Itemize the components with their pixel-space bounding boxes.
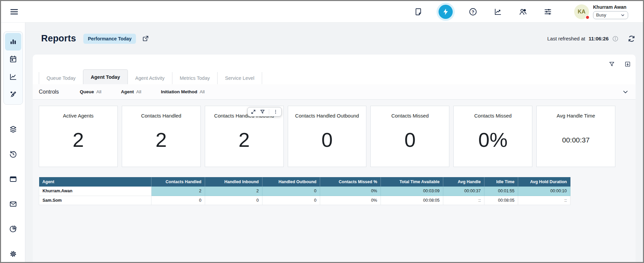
notes-icon[interactable] xyxy=(414,7,423,17)
page-title: Reports xyxy=(41,33,76,44)
col-idle-time[interactable]: Idle Time xyxy=(484,177,518,187)
user-name: Khurram Awan xyxy=(593,4,628,10)
chevron-down-icon xyxy=(620,13,625,18)
cell-agent: Sam.Som xyxy=(39,196,151,205)
col-handled-inbound[interactable]: Handled Inbound xyxy=(205,177,262,187)
filter-agent[interactable]: Agent All xyxy=(121,89,141,94)
svg-text:?: ? xyxy=(472,9,474,14)
status-select-value: Busy xyxy=(596,12,606,18)
sidebar-item-pie-reports[interactable] xyxy=(5,221,21,237)
kpi-row: Active Agents 2 Contacts Handled 2 Conta… xyxy=(39,106,615,167)
gear-icon xyxy=(9,250,18,258)
filter-queue[interactable]: Queue All xyxy=(80,89,102,94)
kpi-contacts-handled-inbound[interactable]: Contacts Handled Inbound 2 xyxy=(205,106,284,167)
bar-chart-icon xyxy=(9,37,18,46)
kpi-contacts-missed[interactable]: Contacts Missed 0 xyxy=(370,106,449,167)
layers-icon xyxy=(9,125,18,134)
sidebar-reports-group xyxy=(3,31,23,105)
topbar-actions: ? KA Khurram Awan Busy xyxy=(414,4,628,19)
paintbrush-icon xyxy=(9,90,18,99)
table-header-row: Agent Contacts Handled Handled Inbound H… xyxy=(39,177,570,187)
avatar[interactable]: KA xyxy=(574,4,589,19)
settings-sliders-icon[interactable] xyxy=(543,7,553,17)
widget-kebab-menu-icon[interactable] xyxy=(273,109,278,114)
widget-filter-icon[interactable] xyxy=(260,109,265,114)
hamburger-menu-icon[interactable] xyxy=(10,7,19,16)
line-chart-icon xyxy=(9,72,18,81)
status-select[interactable]: Busy xyxy=(593,11,628,19)
sidebar-item-analytics[interactable] xyxy=(5,68,21,86)
calendar-icon xyxy=(9,55,18,64)
table-row: Khurram.Awan 2 2 0 0% 00:03:09 00:00:37 … xyxy=(39,187,570,196)
report-panel: Queue Today Agent Today Agent Activity M… xyxy=(33,55,636,262)
sidebar-item-history[interactable] xyxy=(5,146,21,163)
history-clock-icon xyxy=(9,150,18,159)
col-handled-outbound[interactable]: Handled Outbound xyxy=(262,177,320,187)
topbar: ? KA Khurram Awan Busy xyxy=(1,1,643,23)
avatar-initials: KA xyxy=(578,9,585,15)
kpi-contacts-handled-outbound[interactable]: Contacts Handled Outbound 0 xyxy=(288,106,367,167)
report-tabs: Queue Today Agent Today Agent Activity M… xyxy=(33,69,636,84)
agents-table: Agent Contacts Handled Handled Inbound H… xyxy=(39,177,570,205)
external-link-icon[interactable] xyxy=(142,35,149,42)
kpi-avg-handle-time[interactable]: Avg Handle Time 00:00:37 xyxy=(536,106,615,167)
controls-collapse-chevron-icon[interactable] xyxy=(622,89,629,95)
app-window: ? KA Khurram Awan Busy xyxy=(0,0,644,263)
tab-agent-activity[interactable]: Agent Activity xyxy=(128,72,172,84)
sidebar-item-mail[interactable] xyxy=(5,196,21,212)
sidebar xyxy=(1,23,25,262)
kpi-contacts-missed-pct[interactable]: Contacts Missed 0% xyxy=(453,106,532,167)
last-refreshed-label: Last refreshed at xyxy=(547,36,585,41)
filter-initiation-method[interactable]: Initiation Method All xyxy=(161,89,205,94)
refresh-icon[interactable] xyxy=(627,35,636,43)
filter-icon[interactable] xyxy=(609,61,615,67)
col-avg-handle[interactable]: Avg Handle xyxy=(443,177,484,187)
sidebar-item-schedule[interactable] xyxy=(5,51,21,68)
panel-body: Active Agents 2 Contacts Handled 2 Conta… xyxy=(33,100,636,262)
sidebar-item-customize[interactable] xyxy=(5,86,21,103)
panel-actions xyxy=(33,55,636,69)
page-header: Reports Performance Today Last refreshed… xyxy=(25,23,643,55)
download-icon[interactable] xyxy=(624,61,631,67)
kpi-active-agents[interactable]: Active Agents 2 xyxy=(39,106,118,167)
col-contacts-missed-pct[interactable]: Contacts Missed % xyxy=(320,177,381,187)
widget-expand-icon[interactable] xyxy=(251,109,256,114)
sidebar-item-browser[interactable] xyxy=(5,171,21,188)
performance-today-badge[interactable]: Performance Today xyxy=(83,34,136,44)
last-refreshed-time: 11:06:26 xyxy=(589,36,609,41)
kpi-contacts-handled[interactable]: Contacts Handled 2 xyxy=(122,106,201,167)
pie-chart-icon xyxy=(9,225,18,233)
controls-bar: Controls Queue All Agent All Initiation … xyxy=(33,84,636,100)
col-total-time-available[interactable]: Total Time Available xyxy=(381,177,443,187)
sidebar-item-dashboards[interactable] xyxy=(5,33,21,51)
browser-window-icon xyxy=(9,175,18,184)
status-busy-dot xyxy=(585,15,590,20)
table-row: Sam.Som 0 0 0 0% 00:08:05 :: 00:08:05 :: xyxy=(39,196,570,205)
widget-toolbar xyxy=(247,107,282,117)
tab-metrics-today[interactable]: Metrics Today xyxy=(172,72,217,84)
main-area: Reports Performance Today Last refreshed… xyxy=(25,23,643,262)
toolbar-divider xyxy=(269,109,269,114)
sidebar-item-settings[interactable] xyxy=(5,245,21,262)
tab-agent-today[interactable]: Agent Today xyxy=(83,69,128,84)
user-block: KA Khurram Awan Busy xyxy=(574,4,628,19)
controls-title: Controls xyxy=(39,89,59,95)
info-icon[interactable] xyxy=(612,35,619,42)
col-avg-hold-duration[interactable]: Avg Hold Duration xyxy=(518,177,570,187)
mail-icon xyxy=(9,200,18,208)
quick-connect-lightning-icon[interactable] xyxy=(439,5,453,19)
metrics-icon[interactable] xyxy=(493,7,503,17)
col-agent[interactable]: Agent xyxy=(39,177,151,187)
help-icon[interactable]: ? xyxy=(468,7,478,17)
tab-queue-today[interactable]: Queue Today xyxy=(39,72,83,84)
sidebar-item-layers[interactable] xyxy=(5,121,21,138)
col-contacts-handled[interactable]: Contacts Handled xyxy=(151,177,205,187)
cell-agent: Khurram.Awan xyxy=(39,187,151,196)
tab-service-level[interactable]: Service Level xyxy=(217,72,262,84)
users-icon[interactable] xyxy=(518,7,528,17)
